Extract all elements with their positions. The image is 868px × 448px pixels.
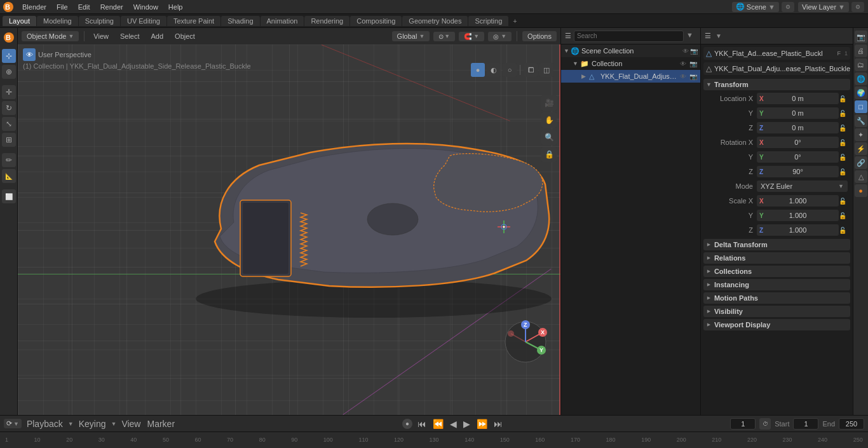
viewport-display-header[interactable]: ▼ Viewport Display [703,319,850,330]
play-reverse-btn[interactable]: ◀ [449,419,458,429]
viewport-view-menu[interactable]: View [90,31,112,41]
tool-move[interactable]: ✛ [2,85,16,99]
collection-expand-arrow[interactable]: ▼ [573,60,579,67]
prop-tab-world[interactable]: 🌍 [855,86,867,99]
navigation-gizmo[interactable]: X Y Z [503,320,548,364]
camera-view-btn[interactable]: 🎥 [541,95,557,111]
prop-mesh-name[interactable]: YKK_Flat_Dual_Adju...ease_Plastic_Buckle [714,65,850,72]
prop-tab-scene[interactable]: 🌐 [855,72,867,85]
prop-tab-object-data[interactable]: △ [855,170,867,183]
playback-mode-selector[interactable]: ⟳▼ [4,419,22,428]
tab-texture-paint[interactable]: Texture Paint [167,16,220,26]
delta-transform-header[interactable]: ▼ Delta Transform [703,239,850,250]
scene-collection-vis-btn[interactable]: 👁 [682,48,689,55]
menu-item-help[interactable]: Help [164,3,187,11]
blender-logo[interactable]: B [3,1,14,13]
play-btn[interactable]: ▶ [462,419,471,429]
collection-render-icon[interactable]: 📷 [689,60,698,67]
menu-item-file[interactable]: File [52,3,72,11]
timeline-ruler[interactable]: 1 10 20 30 40 50 60 70 80 90 100 110 120… [0,431,868,448]
add-workspace-btn[interactable]: + [509,16,520,26]
start-frame-input[interactable]: 1 [793,418,818,430]
scale-x-lock[interactable]: 🔓 [839,198,848,205]
props-filter-btn[interactable]: ▼ [714,31,724,41]
prop-tab-constraints[interactable]: 🔗 [855,156,867,169]
viewport-shading-material[interactable]: ◐ [487,63,501,77]
location-y-lock[interactable]: 🔓 [839,110,848,117]
scene-collection-render-btn[interactable]: 📷 [690,48,698,55]
end-frame-input[interactable]: 250 [839,418,864,430]
prop-tab-particles[interactable]: ✦ [855,128,867,141]
marker-menu[interactable]: Marker [146,419,176,429]
collections-header[interactable]: ▼ Collections [703,266,850,277]
current-frame-input[interactable]: 1 [730,418,756,430]
tab-rendering[interactable]: Rendering [304,16,349,26]
view-layer-selector[interactable]: View Layer▼ [798,2,849,12]
viewport-add-menu[interactable]: Add [147,31,168,41]
motion-paths-header[interactable]: ▼ Motion Paths [703,292,850,304]
prop-tab-modifiers[interactable]: 🔧 [855,114,867,127]
instancing-header[interactable]: ▼ Instancing [703,279,850,290]
prop-tab-material[interactable]: ● [855,184,867,197]
object-mode-selector[interactable]: Object Mode▼ [22,31,79,41]
tab-compositing[interactable]: Compositing [350,16,402,26]
tool-measure[interactable]: 📐 [2,169,16,183]
tool-select[interactable]: ⊹ [2,49,16,63]
location-y-value[interactable]: Y 0 m [757,107,839,119]
viewport-object-menu[interactable]: Object [171,31,199,41]
menu-item-window[interactable]: Window [129,3,163,11]
tab-animation[interactable]: Animation [261,16,304,26]
viewport-shading-render[interactable]: ○ [503,63,517,77]
rotation-mode-dropdown[interactable]: XYZ Euler ▼ [757,180,848,192]
visibility-header[interactable]: ▼ Visibility [703,306,850,317]
playback-menu[interactable]: Playback [25,419,64,429]
blender-logo-small[interactable]: B [2,31,16,44]
xray-toggle[interactable]: ◫ [539,63,553,77]
scale-z-lock[interactable]: 🔓 [839,227,848,234]
step-forward-btn[interactable]: ⏩ [475,419,489,429]
ykk-expand-arrow[interactable]: ▶ [581,73,588,79]
rotation-y-value[interactable]: Y 0° [757,151,839,163]
transform-global-selector[interactable]: Global▼ [392,31,430,41]
jump-to-start-btn[interactable]: ⏮ [416,419,428,429]
lock-camera-btn[interactable]: 🔒 [541,147,557,162]
prop-tab-physics[interactable]: ⚡ [855,142,867,155]
tab-modeling[interactable]: Modeling [37,16,78,26]
scale-y-value[interactable]: Y 1.000 [757,210,839,221]
tab-geometry-nodes[interactable]: Geometry Nodes [402,16,468,26]
ykk-render-icon[interactable]: 📷 [689,73,698,80]
hand-tool-btn[interactable]: ✋ [541,112,557,128]
transform-pivot-btn[interactable]: ⊙▼ [433,32,455,41]
rotation-x-value[interactable]: X 0° [757,137,839,148]
transform-section-header[interactable]: ▼ Transform [703,79,850,90]
scale-z-value[interactable]: Z 1.000 [757,224,839,236]
viewport-select-menu[interactable]: Select [116,31,144,41]
outliner-search-input[interactable] [574,31,684,42]
tab-uv-editing[interactable]: UV Editing [121,16,166,26]
location-x-value[interactable]: X 0 m [757,93,839,104]
prop-tab-object[interactable]: □ [855,100,867,113]
tab-scripting[interactable]: Scripting [468,16,508,26]
tab-sculpting[interactable]: Sculpting [79,16,120,26]
prop-tab-view-layer[interactable]: 🗂 [855,58,867,71]
frame-record-btn[interactable]: ● [402,419,412,429]
location-x-lock[interactable]: 🔓 [839,95,848,102]
scale-x-value[interactable]: X 1.000 [757,195,839,207]
rotation-x-lock[interactable]: 🔓 [839,139,848,146]
view-layer-options-btn[interactable]: ⚙ [851,2,864,12]
menu-item-edit[interactable]: Edit [74,3,95,11]
viewport[interactable]: Object Mode▼ View Select Add Object Glob… [18,28,560,415]
tab-shading[interactable]: Shading [221,16,259,26]
location-z-value[interactable]: Z 0 m [757,122,839,133]
options-btn[interactable]: Options [522,31,557,41]
step-back-btn[interactable]: ⏪ [431,419,445,429]
relations-header[interactable]: ▼ Relations [703,252,850,264]
scale-y-lock[interactable]: 🔓 [839,212,848,219]
snap-toggle[interactable]: 🧲▼ [459,32,484,41]
view-menu[interactable]: View [120,419,142,429]
viewport-canvas[interactable]: 👁 User Perspective (1) Collection | YKK_… [18,44,560,415]
location-z-lock[interactable]: 🔓 [839,125,848,132]
tab-layout[interactable]: Layout [3,16,36,26]
rotation-z-lock[interactable]: 🔓 [839,168,848,175]
prop-tab-render[interactable]: 📷 [855,31,867,43]
